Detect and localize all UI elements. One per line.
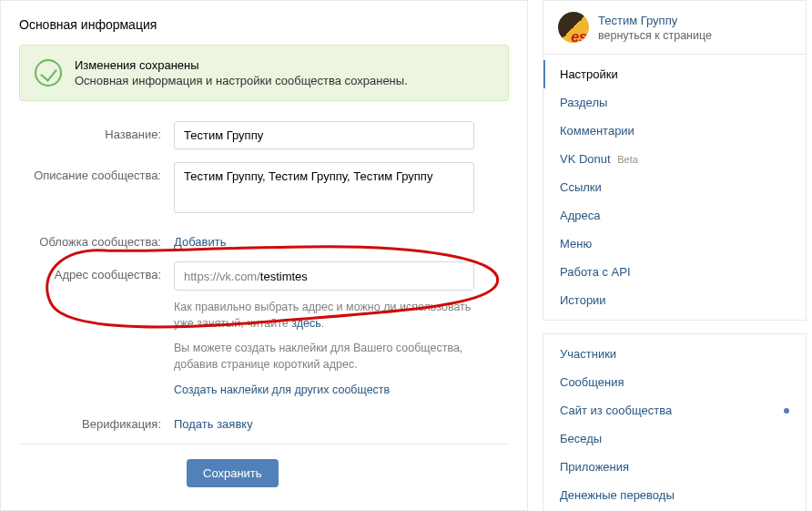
notification-dot-icon [784, 408, 789, 414]
avatar [558, 12, 589, 43]
success-banner: Изменения сохранены Основная информация … [19, 45, 509, 101]
description-label: Описание сообщества: [19, 162, 174, 182]
verification-label: Верификация: [19, 411, 174, 431]
settings-nav-item-7[interactable]: Работа с API [543, 258, 806, 286]
management-nav-item-4[interactable]: Приложения [543, 453, 806, 481]
management-nav-item-1[interactable]: Сообщения [543, 368, 806, 396]
settings-nav: НастройкиРазделыКомментарииVK Donut Beta… [543, 54, 807, 321]
settings-nav-item-label: Комментарии [560, 124, 634, 138]
name-input[interactable] [174, 121, 474, 149]
management-nav-item-label: Приложения [560, 460, 629, 474]
divider [19, 444, 509, 445]
management-nav-item-label: Беседы [560, 432, 602, 445]
settings-nav-item-label: Разделы [560, 96, 607, 109]
settings-nav-item-1[interactable]: Разделы [543, 88, 806, 117]
page-title: Основная информация [1, 1, 527, 45]
save-button[interactable]: Сохранить [187, 459, 279, 487]
address-hint-2: Вы можете создать наклейки для Вашего со… [174, 340, 483, 373]
description-textarea[interactable] [174, 162, 474, 213]
management-nav-item-label: Сообщения [560, 375, 624, 389]
settings-nav-item-label: Ссылки [560, 180, 602, 194]
banner-subtitle: Основная информация и настройки сообщест… [75, 74, 408, 87]
settings-nav-item-0[interactable]: Настройки [543, 60, 806, 88]
management-nav-item-3[interactable]: Беседы [543, 424, 806, 453]
settings-nav-item-label: Адреса [560, 209, 600, 222]
settings-nav-item-label: Работа с API [560, 265, 631, 279]
back-to-page: вернуться к странице [598, 29, 712, 42]
address-hint-1c: . [321, 317, 324, 330]
settings-nav-item-label: Меню [560, 237, 592, 250]
management-nav-item-label: Денежные переводы [560, 488, 675, 502]
settings-nav-item-8[interactable]: Истории [543, 286, 806, 314]
main-panel: Основная информация Изменения сохранены … [0, 0, 528, 511]
cover-label: Обложка сообщества: [19, 229, 174, 249]
address-input[interactable] [260, 263, 473, 290]
settings-nav-item-2[interactable]: Комментарии [543, 117, 806, 145]
settings-nav-item-6[interactable]: Меню [543, 230, 806, 258]
check-icon [35, 59, 62, 87]
management-nav-item-0[interactable]: Участники [543, 340, 806, 368]
verification-apply-link[interactable]: Подать заявку [174, 417, 253, 431]
settings-nav-item-label: Истории [560, 293, 606, 307]
settings-nav-item-4[interactable]: Ссылки [543, 173, 806, 201]
management-nav: УчастникиСообщенияСайт из сообществаБесе… [543, 333, 807, 511]
address-input-wrap[interactable]: https://vk.com/ [174, 261, 474, 291]
banner-title: Изменения сохранены [75, 58, 408, 72]
group-header[interactable]: Тестим Группу вернуться к странице [543, 0, 807, 54]
address-prefix: https://vk.com/ [184, 270, 260, 283]
settings-nav-item-5[interactable]: Адреса [543, 201, 806, 230]
management-nav-item-label: Сайт из сообщества [560, 404, 672, 417]
name-label: Название: [19, 121, 174, 141]
management-nav-item-2[interactable]: Сайт из сообщества [543, 396, 806, 424]
cover-add-link[interactable]: Добавить [174, 235, 226, 249]
settings-nav-item-label: VK Donut Beta [560, 152, 638, 166]
address-label: Адрес сообщества: [19, 261, 174, 281]
management-nav-item-label: Участники [560, 347, 616, 361]
management-nav-item-5[interactable]: Денежные переводы [543, 481, 806, 509]
stickers-link[interactable]: Создать наклейки для других сообществ [174, 383, 390, 396]
address-hint-here-link[interactable]: здесь [291, 317, 320, 330]
beta-badge: Beta [617, 154, 638, 165]
settings-nav-item-label: Настройки [560, 67, 618, 81]
settings-nav-item-3[interactable]: VK Donut Beta [543, 145, 806, 173]
group-name: Тестим Группу [598, 14, 712, 27]
